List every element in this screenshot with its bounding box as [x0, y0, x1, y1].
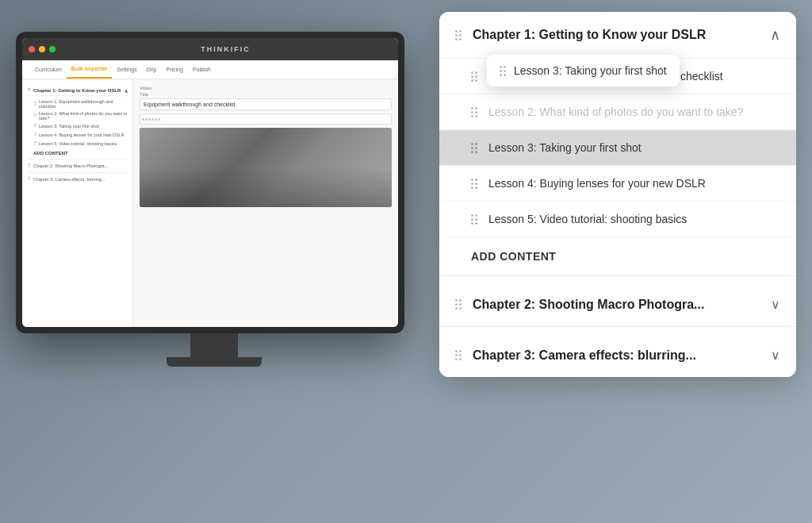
toolbar-item [142, 118, 144, 121]
chapter1-drag-icon[interactable] [455, 30, 462, 40]
close-dot [29, 46, 35, 52]
screen-content: ⠿ Chapter 1: Getting to Know your DSLR ∧… [22, 79, 398, 327]
lesson4-drag-icon[interactable] [471, 179, 477, 189]
sidebar-lesson-4: ⠿ Lesson 4: Buying lenses for your new D… [27, 130, 128, 139]
screen-sidebar: ⠿ Chapter 1: Getting to Know your DSLR ∧… [22, 79, 133, 327]
toolbar-item [145, 118, 147, 121]
sidebar-chapter3: ⠿ Chapter 3: Camera effects: blurring... [27, 172, 128, 186]
lesson-item-3[interactable]: Lesson 3: Taking your first shot [439, 130, 796, 166]
lesson2-drag-icon[interactable] [471, 107, 477, 117]
chapter3-section: Chapter 3: Camera effects: blurring... ∨ [439, 333, 796, 377]
chapter3-title: Chapter 3: Camera effects: blurring... [473, 348, 760, 363]
main-video-label: Video [140, 86, 392, 90]
add-content-button[interactable]: ADD CONTENT [439, 237, 796, 275]
toolbar-item [148, 118, 151, 121]
nav-pricing[interactable]: Pricing [162, 60, 188, 79]
nav-drip[interactable]: Drip [142, 60, 162, 79]
lesson2-title: Lesson 2: What kind of photos do you wan… [488, 106, 780, 118]
chapter2-section: Chapter 2: Shooting Macro Photogra... ∨ [439, 283, 796, 327]
monitor-stand [190, 333, 238, 357]
monitor-base [167, 357, 262, 367]
screen-main: Video Title Equipment walkthrough and ch… [133, 79, 398, 327]
chapter1-collapse-icon[interactable]: ∧ [770, 26, 780, 44]
chapter3-expand-icon[interactable]: ∨ [771, 348, 780, 363]
sidebar-add-content[interactable]: ADD CONTENT [27, 148, 128, 159]
main-image: ▶ [140, 128, 392, 207]
monitor-mockup: THINKIFIC Curriculum Bulk importer Setti… [16, 32, 412, 476]
lesson5-drag-icon[interactable] [471, 214, 477, 225]
main-title-field: Equipment walkthrough and checklist [140, 98, 392, 110]
lesson3-drag-icon[interactable] [471, 143, 477, 153]
camera-hands [140, 167, 392, 207]
chapter2-header: Chapter 2: Shooting Macro Photogra... ∨ [439, 283, 796, 326]
chapter2-title: Chapter 2: Shooting Macro Photogra... [473, 298, 760, 312]
monitor-screen: THINKIFIC Curriculum Bulk importer Setti… [22, 38, 398, 327]
lesson1-drag-icon[interactable] [471, 71, 477, 82]
sidebar-lesson-2: ⠿ Lesson 2: What kind of photos do you w… [27, 110, 128, 121]
chapter3-header: Chapter 3: Camera effects: blurring... ∨ [439, 333, 796, 377]
screen-brand: THINKIFIC [201, 45, 251, 53]
main-title-label: Title [140, 92, 392, 97]
lesson-tooltip: Lesson 3: Taking your first shot [487, 55, 680, 87]
toolbar-item [158, 118, 160, 121]
chapter1-title: Chapter 1: Getting to Know your DSLR [473, 28, 759, 42]
screen-subnav: Curriculum Bulk importer Settings Drip P… [22, 60, 398, 79]
sidebar-lesson-5: ⠿ Lesson 5: Video tutorial: shooting bas… [27, 139, 128, 148]
sidebar-chapter1: ⠿ Chapter 1: Getting to Know your DSLR ∧ [27, 84, 128, 96]
toolbar-item [155, 118, 157, 121]
tooltip-lesson-title: Lesson 3: Taking your first shot [514, 64, 667, 77]
nav-curriculum[interactable]: Curriculum [30, 60, 67, 79]
screen-topbar: THINKIFIC [22, 38, 398, 60]
nav-publish[interactable]: Publish [188, 60, 216, 79]
main-panel: Chapter 1: Getting to Know your DSLR ∧ L… [439, 12, 796, 377]
lesson5-title: Lesson 5: Video tutorial: shooting basic… [488, 213, 780, 225]
chapter2-drag-icon[interactable] [455, 299, 462, 310]
lesson-item-5[interactable]: Lesson 5: Video tutorial: shooting basic… [439, 202, 796, 237]
maximize-dot [49, 46, 56, 52]
chapter1-section: Chapter 1: Getting to Know your DSLR ∧ L… [439, 12, 796, 276]
lesson-item-2[interactable]: Lesson 2: What kind of photos do you wan… [439, 94, 796, 130]
nav-bulk-importer[interactable]: Bulk importer [67, 60, 113, 79]
minimize-dot [39, 46, 45, 52]
lesson-item-4[interactable]: Lesson 4: Buying lenses for your new DSL… [439, 166, 796, 202]
tooltip-drag-icon [500, 66, 506, 76]
chapter2-expand-icon[interactable]: ∨ [771, 297, 780, 312]
lesson3-title: Lesson 3: Taking your first shot [488, 141, 780, 154]
monitor-frame: THINKIFIC Curriculum Bulk importer Setti… [16, 32, 404, 333]
chapter3-drag-icon[interactable] [455, 350, 462, 360]
drag-icon: ⠿ [27, 87, 31, 94]
lesson4-title: Lesson 4: Buying lenses for your new DSL… [488, 177, 780, 190]
sidebar-lesson-3: ⠿ Lesson 3: Taking your first shot [27, 121, 128, 130]
toolbar-item [151, 118, 154, 121]
sidebar-lesson-1: ⠿ Lesson 1: Equipment walkthrough and ch… [27, 98, 128, 110]
nav-settings[interactable]: Settings [112, 60, 141, 79]
main-toolbar [140, 113, 392, 125]
sidebar-chapter2: ⠿ Chapter 2: Shooting Macro Photogra... [27, 159, 128, 172]
chapter1-header: Chapter 1: Getting to Know your DSLR ∧ [439, 12, 796, 59]
